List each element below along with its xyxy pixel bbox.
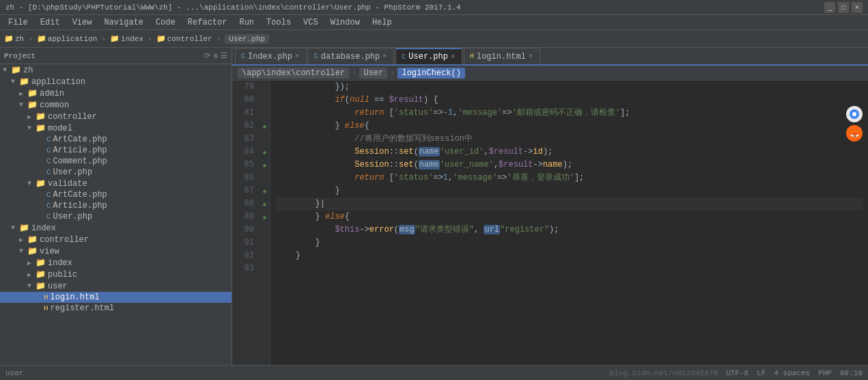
ln-93: 93 bbox=[235, 262, 254, 275]
status-encoding[interactable]: UTF-8 bbox=[726, 369, 748, 377]
tree-item-user-val[interactable]: C User.php bbox=[0, 211, 232, 222]
code-line-81: return ['status'=>-1,'message'=>'邮箱或密码不正… bbox=[276, 107, 863, 120]
tree-label-user-view: user bbox=[48, 282, 68, 291]
arrow-index-folder: ▼ bbox=[11, 224, 19, 232]
project-panel: ▼ 📁 zh ▼ 📁 application ▶ 📁 admin ▼ 📁 com… bbox=[0, 64, 232, 365]
menu-navigate[interactable]: Navigate bbox=[98, 16, 149, 29]
folder-icon-common: 📁 bbox=[27, 100, 38, 110]
tree-item-model[interactable]: ▼ 📁 model bbox=[0, 122, 232, 134]
code-line-82: } else{ bbox=[276, 120, 863, 133]
menu-refactor[interactable]: Refactor bbox=[182, 16, 233, 29]
tree-item-zh[interactable]: ▼ 📁 zh bbox=[0, 64, 232, 76]
title-bar: zh - [D:\phpStudy\PHPTutorial\WWW\zh] - … bbox=[0, 0, 868, 15]
tab-close-login[interactable]: × bbox=[529, 53, 533, 60]
close-button[interactable]: × bbox=[852, 2, 863, 13]
code-line-79: }); bbox=[276, 81, 863, 94]
tree-item-comment-php[interactable]: C Comment.php bbox=[0, 156, 232, 167]
tab-database[interactable]: C database.php × bbox=[308, 48, 394, 64]
php-icon-article-val: C bbox=[46, 202, 51, 210]
status-position: 88:10 bbox=[840, 369, 863, 377]
crumb-zh[interactable]: 📁 zh bbox=[4, 34, 24, 43]
code-line-91: } bbox=[276, 236, 863, 249]
tree-item-index-folder[interactable]: ▼ 📁 index bbox=[0, 222, 232, 234]
editor-breadcrumb: \app\index\controller › User › loginChec… bbox=[232, 66, 868, 81]
tree-label-artcate-val: ArtCate.php bbox=[53, 190, 107, 200]
crumb-application-label: application bbox=[48, 35, 98, 43]
tree-item-validate[interactable]: ▼ 📁 validate bbox=[0, 178, 232, 189]
tree-item-user-php-model[interactable]: C User.php bbox=[0, 167, 232, 178]
tab-close-user[interactable]: × bbox=[451, 53, 455, 61]
tree-item-common[interactable]: ▼ 📁 common bbox=[0, 99, 232, 111]
maximize-button[interactable]: □ bbox=[838, 2, 849, 13]
tree-item-login-html[interactable]: H login.html bbox=[0, 292, 232, 303]
bc-controller[interactable]: \app\index\controller bbox=[238, 68, 349, 79]
tree-item-admin[interactable]: ▶ 📁 admin bbox=[0, 87, 232, 99]
tree-item-controller-index[interactable]: ▶ 📁 controller bbox=[0, 234, 232, 245]
folder-icon-zh: 📁 bbox=[11, 65, 21, 75]
crumb-application[interactable]: 📁 application bbox=[37, 34, 98, 43]
code-area[interactable]: }); if(null == $result) { return ['statu… bbox=[270, 81, 868, 365]
firefox-icon[interactable]: 🦊 bbox=[846, 125, 863, 141]
bc-logincheck[interactable]: loginCheck() bbox=[397, 68, 464, 79]
folder-icon-application: 📁 bbox=[19, 77, 29, 87]
menu-window[interactable]: Window bbox=[325, 16, 365, 29]
tree-item-article-php[interactable]: C Article.php bbox=[0, 145, 232, 156]
title-text: zh - [D:\phpStudy\PHPTutorial\WWW\zh] - … bbox=[5, 3, 461, 12]
arrow-validate: ▼ bbox=[27, 180, 36, 187]
ln-84: 84 bbox=[235, 146, 254, 159]
bc-user[interactable]: User bbox=[359, 68, 387, 79]
tree-label-login-html: login.html bbox=[51, 293, 100, 302]
code-line-90: $this->error(msg"请求类型错误", url"register")… bbox=[276, 223, 863, 236]
menu-vcs[interactable]: VCS bbox=[298, 16, 324, 29]
tree-item-view-index[interactable]: ▶ 📁 index bbox=[0, 257, 232, 269]
menu-view[interactable]: View bbox=[67, 16, 98, 29]
status-lang[interactable]: PHP bbox=[818, 369, 832, 377]
menu-run[interactable]: Run bbox=[234, 16, 260, 29]
tree-item-application[interactable]: ▼ 📁 application bbox=[0, 76, 232, 87]
menu-help[interactable]: Help bbox=[367, 16, 397, 29]
arrow-zh: ▼ bbox=[3, 66, 11, 74]
folder-icon-view: 📁 bbox=[27, 246, 38, 256]
ln-92: 92 bbox=[235, 249, 254, 262]
svg-point-1 bbox=[852, 112, 856, 116]
arrow-user-view: ▼ bbox=[27, 282, 36, 290]
tree-item-user-view[interactable]: ▼ 📁 user bbox=[0, 280, 232, 292]
tree-label-view: view bbox=[40, 247, 59, 256]
sync-icon[interactable]: ⟳ bbox=[204, 51, 210, 60]
crumb-index[interactable]: 📁 index bbox=[110, 34, 143, 43]
menu-code[interactable]: Code bbox=[150, 16, 181, 29]
tree-item-register-html[interactable]: H register.html bbox=[0, 303, 232, 314]
tree-item-article-val[interactable]: C Article.php bbox=[0, 200, 232, 211]
tab-close-database[interactable]: × bbox=[382, 53, 387, 60]
tab-userphp[interactable]: C User.php × bbox=[395, 48, 462, 64]
editor[interactable]: 79 80 81 82 83 84 85 86 87 88 89 90 91 9… bbox=[232, 81, 868, 365]
status-line-ending[interactable]: LF bbox=[757, 369, 766, 377]
folder-icon-index-folder: 📁 bbox=[19, 223, 29, 233]
ln-87: 87 bbox=[235, 185, 254, 198]
tree-label-index-folder: index bbox=[31, 223, 56, 233]
tree-item-public[interactable]: ▶ 📁 public bbox=[0, 269, 232, 280]
settings-icon[interactable]: ☰ bbox=[221, 51, 227, 60]
tree-item-artcate-val[interactable]: C ArtCate.php bbox=[0, 189, 232, 200]
tree-item-controller-common[interactable]: ▶ 📁 controller bbox=[0, 111, 232, 122]
tree-item-artcate-php[interactable]: C ArtCate.php bbox=[0, 134, 232, 145]
crumb-controller[interactable]: 📁 controller bbox=[156, 34, 212, 43]
window-controls[interactable]: _ □ × bbox=[824, 2, 863, 13]
tab-close-index[interactable]: × bbox=[295, 53, 299, 60]
chrome-icon[interactable] bbox=[846, 106, 863, 122]
menu-tools[interactable]: Tools bbox=[261, 16, 296, 29]
crumb-userphp[interactable]: User.php bbox=[225, 34, 269, 44]
tree-item-view[interactable]: ▼ 📁 view bbox=[0, 245, 232, 257]
tab-indexphp[interactable]: C Index.php × bbox=[235, 48, 307, 64]
menu-file[interactable]: File bbox=[3, 16, 33, 29]
tree-label-user-model: User.php bbox=[53, 167, 93, 177]
minimize-button[interactable]: _ bbox=[824, 2, 835, 13]
folder-icon-model: 📁 bbox=[36, 123, 46, 133]
tree-label-comment: Comment.php bbox=[53, 157, 107, 166]
gear-icon[interactable]: ⚙ bbox=[213, 51, 218, 60]
tab-label-database: database.php bbox=[321, 52, 380, 62]
menu-edit[interactable]: Edit bbox=[35, 16, 66, 29]
tab-loginhtml[interactable]: H login.html × bbox=[464, 48, 540, 64]
ln-89: 89 bbox=[235, 211, 254, 223]
status-indent[interactable]: 4 spaces bbox=[774, 369, 810, 377]
